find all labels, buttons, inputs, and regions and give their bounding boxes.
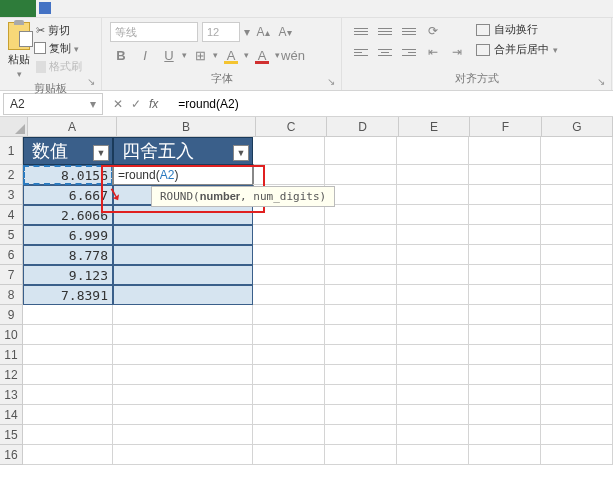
cell[interactable] <box>541 425 613 445</box>
fx-icon[interactable]: fx <box>149 97 158 111</box>
cell[interactable] <box>541 365 613 385</box>
cell[interactable] <box>541 285 613 305</box>
cell[interactable] <box>397 385 469 405</box>
cell[interactable] <box>397 405 469 425</box>
row-header[interactable]: 16 <box>0 445 23 465</box>
cell[interactable] <box>113 385 253 405</box>
phonetic-guide-icon[interactable]: wén <box>282 45 304 65</box>
table-header-cell[interactable]: 数值 ▼ <box>23 137 113 165</box>
cell[interactable] <box>541 325 613 345</box>
confirm-formula-icon[interactable]: ✓ <box>131 97 141 111</box>
row-header[interactable]: 6 <box>0 245 23 265</box>
cell[interactable] <box>23 365 113 385</box>
row-header[interactable]: 11 <box>0 345 23 365</box>
row-header[interactable]: 12 <box>0 365 23 385</box>
cell[interactable] <box>397 285 469 305</box>
cell[interactable] <box>113 325 253 345</box>
cell[interactable] <box>469 425 541 445</box>
cell[interactable]: 8.778 <box>23 245 113 265</box>
cell[interactable]: 9.123 <box>23 265 113 285</box>
cell[interactable] <box>253 345 325 365</box>
cell[interactable] <box>397 245 469 265</box>
cell[interactable] <box>325 305 397 325</box>
cell[interactable] <box>325 225 397 245</box>
cell[interactable] <box>325 345 397 365</box>
cell[interactable] <box>253 385 325 405</box>
cell[interactable] <box>113 285 253 305</box>
cell[interactable] <box>469 265 541 285</box>
row-header[interactable]: 2 <box>0 165 23 185</box>
align-center-icon[interactable] <box>374 43 396 61</box>
cell[interactable] <box>541 137 613 165</box>
cell[interactable] <box>325 137 397 165</box>
cell[interactable] <box>325 425 397 445</box>
cell[interactable] <box>325 245 397 265</box>
cell[interactable] <box>469 245 541 265</box>
fill-color-button[interactable]: A <box>220 45 242 65</box>
cell[interactable] <box>253 205 325 225</box>
cell[interactable] <box>253 365 325 385</box>
cell[interactable] <box>23 345 113 365</box>
cell[interactable] <box>253 265 325 285</box>
cell[interactable] <box>253 165 325 185</box>
font-name-combo[interactable]: 等线 <box>110 22 198 42</box>
active-cell[interactable]: =round(A2) <box>113 165 253 185</box>
cell[interactable] <box>397 225 469 245</box>
cell[interactable] <box>469 205 541 225</box>
cell[interactable] <box>325 165 397 185</box>
row-header[interactable]: 14 <box>0 405 23 425</box>
font-size-combo[interactable]: 12 <box>202 22 240 42</box>
paste-button[interactable]: 粘贴 ▾ <box>8 22 30 79</box>
cell[interactable] <box>253 405 325 425</box>
column-header[interactable]: B <box>117 117 256 136</box>
bold-button[interactable]: B <box>110 45 132 65</box>
cell[interactable] <box>23 445 113 465</box>
cell[interactable] <box>541 185 613 205</box>
cell[interactable] <box>541 345 613 365</box>
increase-font-icon[interactable]: A▴ <box>254 23 272 41</box>
cell[interactable] <box>397 445 469 465</box>
cell[interactable] <box>325 205 397 225</box>
row-header[interactable]: 8 <box>0 285 23 305</box>
cell[interactable] <box>541 245 613 265</box>
cell[interactable] <box>113 445 253 465</box>
cell[interactable] <box>325 385 397 405</box>
row-header[interactable]: 9 <box>0 305 23 325</box>
cell[interactable] <box>23 385 113 405</box>
cell[interactable] <box>541 205 613 225</box>
cell[interactable] <box>325 445 397 465</box>
table-header-cell[interactable]: 四舍五入 ▼ <box>113 137 253 165</box>
merge-center-button[interactable]: 合并后居中 ▾ <box>476 42 558 57</box>
cell[interactable] <box>541 305 613 325</box>
cell[interactable] <box>397 205 469 225</box>
row-header[interactable]: 4 <box>0 205 23 225</box>
cell[interactable] <box>469 137 541 165</box>
italic-button[interactable]: I <box>134 45 156 65</box>
cell[interactable] <box>541 385 613 405</box>
cell[interactable] <box>23 325 113 345</box>
formula-input[interactable] <box>174 93 613 115</box>
row-header[interactable]: 15 <box>0 425 23 445</box>
align-bottom-icon[interactable] <box>398 22 420 40</box>
cell[interactable] <box>113 245 253 265</box>
cell[interactable] <box>325 325 397 345</box>
row-header[interactable]: 13 <box>0 385 23 405</box>
cell[interactable] <box>253 445 325 465</box>
cell[interactable] <box>541 225 613 245</box>
cell[interactable] <box>23 425 113 445</box>
cell[interactable] <box>397 365 469 385</box>
cell[interactable] <box>113 225 253 245</box>
cell[interactable] <box>253 285 325 305</box>
cell[interactable] <box>325 285 397 305</box>
cell[interactable]: 2.6066 <box>23 205 113 225</box>
cell[interactable]: 6.999 <box>23 225 113 245</box>
cell[interactable] <box>253 225 325 245</box>
cell[interactable] <box>325 185 397 205</box>
cell[interactable] <box>253 425 325 445</box>
cell[interactable] <box>397 425 469 445</box>
cell[interactable] <box>113 405 253 425</box>
column-header[interactable]: C <box>256 117 327 136</box>
cell[interactable] <box>469 185 541 205</box>
cell[interactable] <box>113 265 253 285</box>
cell[interactable]: 8.0156 <box>23 165 113 185</box>
